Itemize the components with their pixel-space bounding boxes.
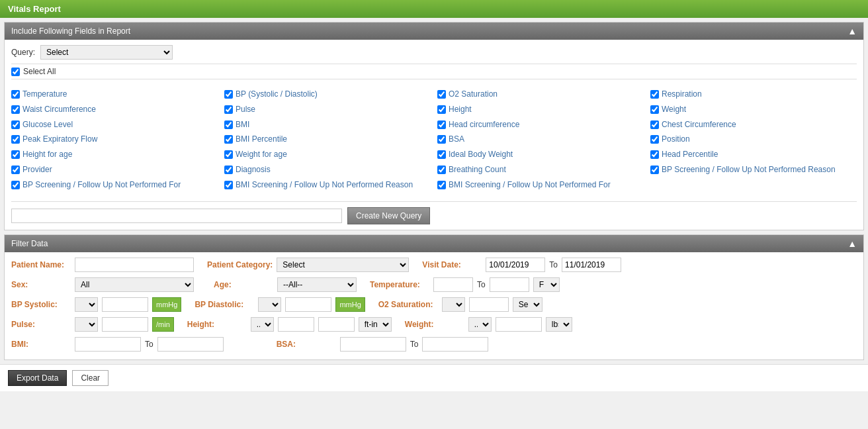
app-title: Vitals Report [8,4,61,14]
field-checkbox[interactable] [650,166,659,174]
bsa-from-input[interactable] [340,337,406,352]
field-checkbox[interactable] [11,135,20,144]
temperature-to-label: To [477,280,486,289]
field-item: BMI Screening / Follow Up Not Performed … [224,178,431,192]
bp-diastolic-label: BP Diastolic: [195,300,254,309]
field-item: Provider [11,163,218,177]
temperature-from-input[interactable] [433,277,473,292]
bmi-from-input[interactable] [75,337,141,352]
bp-systolic-input[interactable] [102,297,148,312]
field-checkbox[interactable] [437,150,446,159]
field-checkbox[interactable] [224,120,233,129]
age-select[interactable]: --All-- [277,277,357,292]
select-all-label: Select All [23,67,56,76]
visit-date-from-input[interactable] [486,258,545,272]
field-item: Diagnosis [224,163,431,177]
export-button[interactable]: Export Data [8,370,67,386]
field-checkbox[interactable] [224,105,233,114]
field-checkbox[interactable] [437,90,446,99]
field-checkbox[interactable] [11,90,20,99]
include-fields-body: Query: Select Select All TemperatureBP (… [5,40,863,230]
o2-op-select[interactable] [442,297,465,312]
bsa-row: BSA: To [277,337,489,352]
sex-label: Sex: [11,280,71,289]
o2-saturation-row: O2 Saturation: Se... [378,297,542,312]
field-item: Temperature [11,87,218,101]
temperature-unit-select[interactable]: F C [533,277,560,292]
query-text-input[interactable] [11,209,342,223]
o2-unit-select[interactable]: Se... [513,297,542,312]
field-checkbox[interactable] [650,90,659,99]
field-item [650,178,857,192]
filter-collapse-icon[interactable]: ▲ [847,238,857,249]
field-item: Head Percentile [650,148,857,162]
field-label: Breathing Count [449,164,506,175]
weight-row: Weight: ... lbs [405,317,572,332]
weight-unit-select[interactable]: lbs [546,317,572,332]
bp-diastolic-input[interactable] [285,297,331,312]
field-checkbox[interactable] [650,150,659,159]
bp-diastolic-op-select[interactable] [258,297,281,312]
weight-input[interactable] [496,317,542,332]
height-from-input[interactable] [278,317,314,332]
collapse-icon[interactable]: ▲ [847,26,857,36]
field-checkbox[interactable] [224,181,233,189]
height-to-input[interactable] [318,317,355,332]
bmi-row: BMI: To [11,337,224,352]
field-checkbox[interactable] [224,135,233,144]
visit-date-to-input[interactable] [562,258,621,272]
select-all-checkbox[interactable] [11,68,20,76]
weight-op-select[interactable]: ... [468,317,492,332]
field-label: O2 Saturation [449,89,498,100]
patient-name-input[interactable] [75,258,194,272]
field-checkbox[interactable] [11,120,20,129]
bmi-label: BMI: [11,340,71,349]
field-item: Breathing Count [437,163,644,177]
field-checkbox[interactable] [437,181,446,189]
age-row: Age: --All-- [214,277,357,292]
field-checkbox[interactable] [650,120,659,129]
o2-input[interactable] [469,297,509,312]
field-item: BP Screening / Follow Up Not Performed R… [650,163,857,177]
field-checkbox[interactable] [11,166,20,174]
field-item: BMI Percentile [224,132,431,146]
patient-category-select[interactable]: Select [277,258,409,272]
field-checkbox[interactable] [224,90,233,99]
field-checkbox[interactable] [11,181,20,189]
height-op-select[interactable]: ... [251,317,274,332]
field-checkbox[interactable] [650,135,659,144]
field-item: BP Screening / Follow Up Not Performed F… [11,178,218,192]
bsa-to-input[interactable] [422,337,488,352]
field-checkbox[interactable] [224,166,233,174]
field-checkbox[interactable] [650,105,659,114]
temperature-to-input[interactable] [490,277,529,292]
pulse-op-select[interactable] [75,317,98,332]
field-item: O2 Saturation [437,87,644,101]
field-checkbox[interactable] [437,166,446,174]
patient-category-label: Patient Category: [207,260,273,269]
title-bar: Vitals Report [0,0,868,18]
height-unit-select[interactable]: ft-in [359,317,392,332]
sex-select[interactable]: All [75,277,194,292]
field-label: Glucose Level [22,119,73,130]
field-item: Weight for age [224,148,431,162]
field-checkbox[interactable] [11,105,20,114]
create-query-button[interactable]: Create New Query [347,207,430,224]
pulse-input[interactable] [102,317,148,332]
query-select[interactable]: Select [40,45,173,60]
field-item: Pulse [224,103,431,117]
field-checkbox[interactable] [437,105,446,114]
pulse-unit: /min [152,317,174,332]
field-checkbox[interactable] [437,135,446,144]
field-checkbox[interactable] [437,120,446,129]
field-label: Height for age [22,149,72,160]
field-checkbox[interactable] [224,150,233,159]
bmi-to-input[interactable] [157,337,224,352]
pulse-label: Pulse: [11,320,71,329]
temperature-row: Temperature: To F C [370,277,560,292]
field-checkbox[interactable] [11,150,20,159]
clear-button[interactable]: Clear [72,370,108,386]
field-item: Waist Circumference [11,103,218,117]
field-item: BP (Systolic / Diastolic) [224,87,431,101]
bp-systolic-op-select[interactable] [75,297,98,312]
